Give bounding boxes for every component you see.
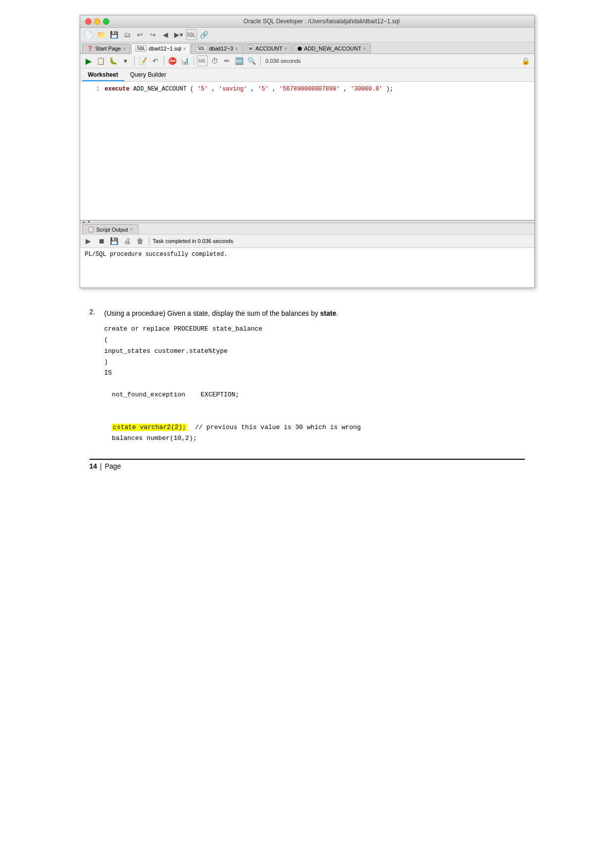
sep-2: [164, 56, 164, 65]
code-blank-1: [104, 379, 525, 389]
window-title: Oracle SQL Developer : /Users/faisalalja…: [114, 18, 529, 25]
autotrace-icon[interactable]: 📊: [180, 55, 190, 66]
explain-icon[interactable]: 🔍: [246, 55, 257, 66]
tab-account-label: ACCOUNT: [255, 46, 282, 51]
code-editor[interactable]: 1 execute ADD_NEW_ACCOUNT ( '5' , 'savin…: [80, 82, 534, 220]
so-tab-label: Script Output: [96, 227, 128, 233]
db-icon[interactable]: 🔗: [199, 29, 210, 40]
tab-table-icon: ⊞: [248, 45, 253, 52]
tab-add-new-account-label: ADD_NEW_ACCOUNT: [304, 46, 362, 51]
so-stop-icon[interactable]: ⏹: [96, 236, 107, 246]
minimize-button[interactable]: [94, 18, 100, 25]
maximize-button[interactable]: [103, 18, 109, 25]
window-controls: [85, 18, 109, 25]
document-content: 2. (Using a procedure) Given a state, di…: [80, 308, 535, 470]
open-icon[interactable]: 📁: [96, 29, 107, 40]
doc-item-2-bold: state: [320, 309, 336, 317]
doc-item-2-header: 2. (Using a procedure) Given a state, di…: [90, 308, 525, 319]
comma-2: ,: [251, 86, 254, 93]
debug-icon[interactable]: 🐛: [108, 55, 119, 66]
ws-tab-query-builder[interactable]: Query Builder: [124, 69, 172, 81]
toolbar-2: ▶ 📋 🐛 ▾ 📝 ↶ ⛔ 📊 SQL ⏱ ✏ 🔤 🔍 0.036 second…: [80, 54, 534, 68]
script-output-icon: 📋: [88, 226, 94, 233]
comma-3: ,: [272, 86, 276, 93]
sql-monitor-icon[interactable]: SQL: [186, 29, 197, 40]
script-output-text: PL/SQL procedure successfully completed.: [85, 251, 228, 258]
tab-dbait12-3-label: dbait12~3: [209, 46, 233, 51]
sql-icon-toolbar[interactable]: SQL: [197, 55, 208, 66]
nav-forward-dropdown-icon[interactable]: ▶▾: [173, 29, 184, 40]
so-timing-text: Task completed in 0.036 seconds: [153, 238, 234, 244]
code-is: IS: [104, 368, 525, 379]
history-icon[interactable]: ⏱: [209, 55, 220, 66]
tab-sql-icon-2: SQL: [196, 45, 207, 52]
nav-back-icon[interactable]: ◀: [160, 29, 171, 40]
page-word: Page: [105, 462, 121, 470]
arg-2: 'saving': [219, 86, 247, 93]
title-bar: Oracle SQL Developer : /Users/faisalalja…: [80, 15, 534, 28]
tab-dbait12-1[interactable]: SQL dbait12~1.sql ×: [131, 43, 190, 54]
arg-1: '5': [197, 86, 208, 93]
redo-icon[interactable]: ↪: [147, 29, 158, 40]
dropdown-run-icon[interactable]: ▾: [120, 55, 131, 66]
so-tab-script-output[interactable]: 📋 Script Output ×: [82, 224, 139, 234]
arg-3: '5': [258, 86, 269, 93]
code-cstate-line: cstate varchar2(2); // previous this val…: [104, 422, 525, 433]
save-icon[interactable]: 💾: [109, 29, 120, 40]
cancel-icon[interactable]: ⛔: [167, 55, 178, 66]
tabs-row: ❓ Start Page × SQL dbait12~1.sql × SQL d…: [80, 42, 534, 54]
code-balances-line: balances number(10,2);: [104, 433, 525, 444]
page-wrapper: Oracle SQL Developer : /Users/faisalalja…: [0, 0, 614, 480]
so-run-icon[interactable]: ▶: [83, 236, 94, 246]
procedure-code-block: create or replace PROCEDURE state_balanc…: [104, 324, 525, 444]
code-blank-2: [104, 400, 525, 411]
script-output-area: PL/SQL procedure successfully completed.: [80, 248, 534, 288]
code-blank-3: [104, 411, 525, 422]
arg-4: '567890000007890': [279, 86, 339, 93]
tab-start-page[interactable]: ❓ Start Page ×: [82, 44, 131, 53]
commit-icon[interactable]: 📝: [138, 55, 148, 66]
so-print-icon[interactable]: 🖨: [122, 236, 133, 246]
new-icon[interactable]: 📄: [83, 29, 94, 40]
tab-proc-icon: ⬟: [297, 46, 302, 52]
edit-icon[interactable]: ✏: [222, 55, 233, 66]
so-tab-close[interactable]: ×: [130, 227, 133, 232]
ws-tab-worksheet[interactable]: Worksheet: [82, 69, 124, 81]
connection-icon[interactable]: 🔒: [520, 55, 531, 66]
script-output-tabs: 📋 Script Output ×: [80, 223, 534, 235]
tab-account-close[interactable]: ×: [284, 46, 287, 51]
undo-icon[interactable]: ↩: [135, 29, 145, 40]
run-icon[interactable]: ▶: [83, 55, 94, 66]
tab-dbait12-3[interactable]: SQL dbait12~3 ×: [191, 43, 242, 53]
tab-account[interactable]: ⊞ ACCOUNT ×: [243, 43, 292, 53]
worksheet-tabs: Worksheet Query Builder: [80, 68, 534, 82]
tab-dbait12-3-close[interactable]: ×: [235, 46, 238, 51]
toolbar-1: 📄 📁 💾 🗂 ↩ ↪ ◀ ▶▾ SQL 🔗: [80, 28, 534, 42]
code-open-paren: (: [104, 335, 525, 345]
tab-add-new-account-close[interactable]: ×: [363, 46, 366, 51]
comment-text: // previous this value is 30 which is wr…: [195, 424, 361, 431]
format-icon[interactable]: 🔤: [234, 55, 245, 66]
page-label: |: [100, 462, 102, 470]
code-create-line: create or replace PROCEDURE state_balanc…: [104, 324, 525, 335]
so-clear-icon[interactable]: 🗑: [135, 236, 145, 246]
closing: );: [386, 86, 393, 93]
tab-sql-icon-1: SQL: [136, 45, 146, 52]
toolbar-right: 🔒: [520, 55, 531, 66]
run-script-icon[interactable]: 📋: [95, 55, 106, 66]
tab-start-page-close[interactable]: ×: [123, 46, 126, 51]
rollback-icon[interactable]: ↶: [150, 55, 161, 66]
doc-item-2-text: (Using a procedure) Given a state, displ…: [104, 308, 338, 319]
sep-3: [193, 56, 194, 65]
so-toolbar: ▶ ⏹ 💾 🖨 🗑 Task completed in 0.036 second…: [80, 235, 534, 248]
tab-dbait12-1-close[interactable]: ×: [183, 46, 186, 51]
keyword-execute: execute: [105, 86, 130, 93]
save-all-icon[interactable]: 🗂: [122, 29, 133, 40]
so-save-icon[interactable]: 💾: [109, 236, 120, 246]
doc-item-2-number: 2.: [90, 308, 99, 319]
tab-add-new-account[interactable]: ⬟ ADD_NEW_ACCOUNT ×: [293, 44, 371, 53]
proc-name: ADD_NEW_ACCOUNT (: [133, 86, 193, 93]
close-button[interactable]: [85, 18, 92, 25]
arg-5: '30000.9': [350, 86, 382, 93]
code-content-1: execute ADD_NEW_ACCOUNT ( '5' , 'saving'…: [105, 85, 393, 94]
